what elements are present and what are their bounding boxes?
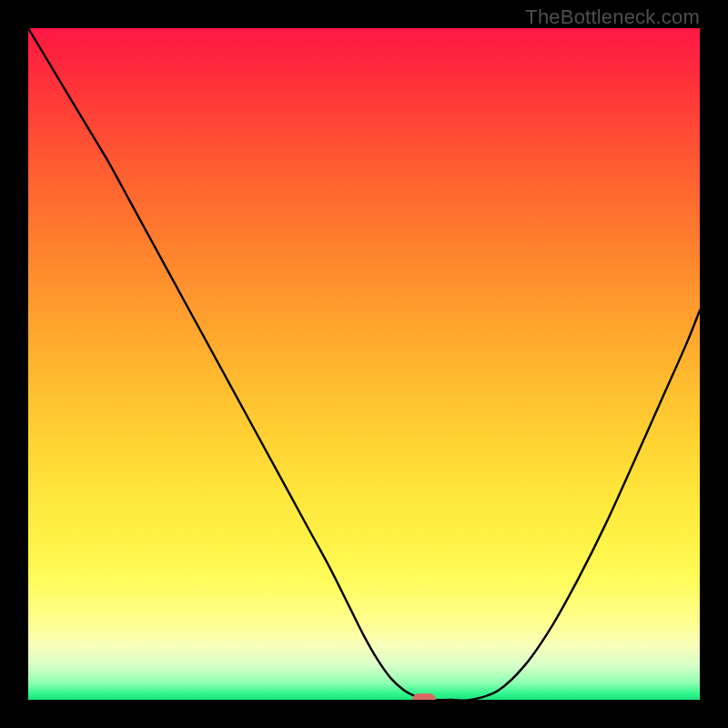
plot-area [28,28,700,700]
bottleneck-curve [28,28,700,700]
optimum-marker [412,693,436,700]
attribution-label: TheBottleneck.com [525,5,700,29]
chart-frame: TheBottleneck.com [0,0,728,728]
